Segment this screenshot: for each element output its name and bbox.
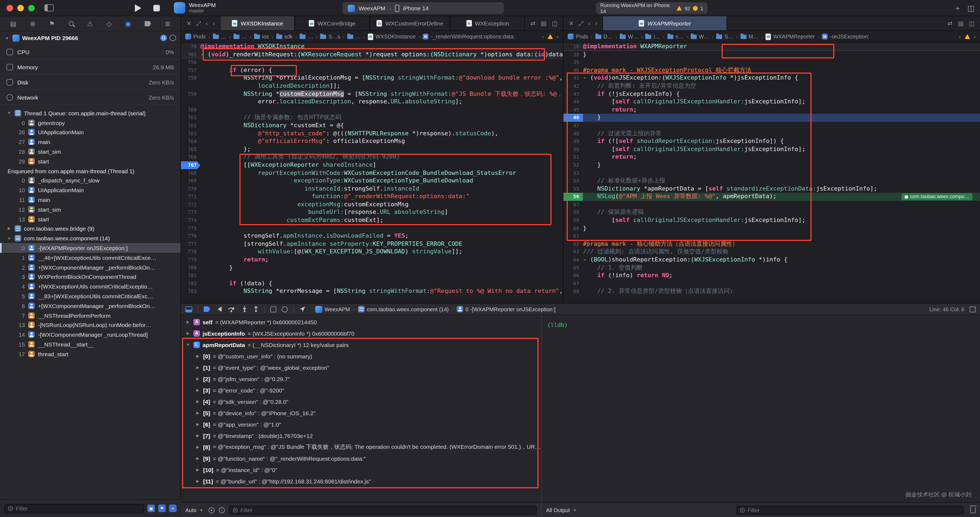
code-line[interactable]: 757 if (error) { xyxy=(181,67,563,75)
line-number[interactable]: 756 xyxy=(181,59,200,66)
step-over-icon[interactable] xyxy=(228,306,236,312)
hide-debug-area-icon[interactable] xyxy=(185,306,192,312)
breadcrumb-item[interactable]: D… xyxy=(595,33,613,40)
code-line[interactable]: localizedDescription]]; xyxy=(181,82,563,90)
debug-breadcrumb-item[interactable]: com.taobao.weex.component (14) xyxy=(358,306,449,312)
code-line[interactable]: 39 xyxy=(563,59,980,66)
stop-button[interactable] xyxy=(153,5,160,11)
disclosure-triangle[interactable]: ▶ xyxy=(195,456,200,460)
back-icon[interactable]: ‹ xyxy=(206,20,208,27)
code-line[interactable]: 765 }; xyxy=(181,145,563,153)
code-line[interactable]: 57 xyxy=(563,201,980,209)
line-number[interactable]: 64 xyxy=(563,256,583,264)
toggle-navigator-icon[interactable] xyxy=(45,4,54,11)
tab-WXAPMReporter[interactable]: mWXAPMReporter xyxy=(603,16,727,30)
disclosure-triangle[interactable]: ▶ xyxy=(185,331,191,335)
breadcrumb-item[interactable]: Pods xyxy=(185,33,206,40)
code-line[interactable]: 41- (void)onJSException:(WXJSExceptionIn… xyxy=(563,75,980,82)
code-line[interactable]: 761 // 场景专属参数: 包含HTTP状态码 xyxy=(181,114,563,122)
code-line[interactable]: 776 strongSelf.apmInstance.isDownLoadFai… xyxy=(181,233,563,240)
find-navigator-icon[interactable] xyxy=(68,21,73,26)
breadcrumb-item[interactable]: W… xyxy=(620,33,638,40)
code-line[interactable]: 50 [self callOriginalJSExceptionHandler:… xyxy=(563,145,980,153)
line-number[interactable]: 39 xyxy=(563,59,583,66)
view-mode-icon[interactable]: ≡ xyxy=(169,504,177,512)
line-number[interactable]: 52 xyxy=(563,161,583,169)
line-number[interactable]: 63 xyxy=(563,248,583,256)
breadcrumb-item[interactable]: … xyxy=(347,33,361,40)
step-into-icon[interactable] xyxy=(242,306,248,312)
code-line[interactable]: 58 // 保留原生逻辑 xyxy=(563,209,980,217)
line-number[interactable]: 50 xyxy=(563,145,583,153)
tab-WXCoreBridge[interactable]: mWXCoreBridge xyxy=(295,16,370,30)
disclosure-triangle[interactable]: ▶ xyxy=(185,320,191,324)
prev-issue-icon[interactable]: ‹ xyxy=(542,33,544,40)
next-issue-icon[interactable]: › xyxy=(557,33,558,40)
line-number[interactable]: 18 xyxy=(563,43,583,51)
stack-frame[interactable]: 2+[WXComponentManager _performBlockOn… xyxy=(0,263,180,272)
related-items-icon[interactable]: ⇄ xyxy=(530,20,535,27)
disclosure-triangle[interactable]: ▶ xyxy=(195,365,200,370)
stack-frame[interactable]: 7__NSThreadPerformPerform xyxy=(0,311,180,320)
next-issue-icon[interactable]: › xyxy=(974,33,976,40)
quicklook-icon[interactable] xyxy=(208,507,214,513)
disclosure-triangle[interactable]: ▼ xyxy=(185,343,191,346)
line-number[interactable]: 68 xyxy=(563,288,583,296)
pause-process-icon[interactable] xyxy=(161,35,167,41)
line-number[interactable]: 65 xyxy=(563,264,583,272)
breadcrumb-item[interactable]: S… xyxy=(716,33,733,40)
line-number[interactable]: 62 xyxy=(563,240,583,248)
variables-filter-input[interactable]: Filter xyxy=(229,505,537,515)
line-number[interactable]: 775 xyxy=(181,224,200,232)
code-line[interactable]: 51 return; xyxy=(563,154,980,161)
stack-frame[interactable]: 28start_sim xyxy=(0,147,180,157)
split-editor-icon[interactable]: ◫ xyxy=(969,20,975,27)
stack-frame[interactable]: 26UIApplicationMain xyxy=(0,127,180,137)
code-line[interactable]: 780 } xyxy=(181,264,563,272)
breakpoint-navigator-icon[interactable] xyxy=(145,21,151,26)
code-line[interactable]: 781 xyxy=(181,272,563,280)
breadcrumb-item[interactable]: Pods xyxy=(568,33,588,40)
disclosure-triangle[interactable]: ▼ xyxy=(6,111,12,115)
breadcrumb-item[interactable]: … xyxy=(234,33,247,40)
stack-frame[interactable]: 29start xyxy=(0,157,180,166)
variable-row[interactable]: ▶[10] = @"instance_id" : @"0" xyxy=(181,464,541,475)
code-line[interactable]: 44 [self callOriginalJSExceptionHandler:… xyxy=(563,98,980,106)
line-number[interactable]: 57 xyxy=(563,201,583,209)
line-number[interactable]: 766 xyxy=(181,154,200,161)
code-line[interactable]: 68 // 2. 异常信息类型/类型校验（点语法直接访问） xyxy=(563,288,980,296)
minimap-icon[interactable]: ▤ xyxy=(958,20,964,27)
code-line[interactable]: 759 NSString *customExceptionMsg = [NSSt… xyxy=(181,90,563,98)
gauge-row-cpu[interactable]: CPU0% xyxy=(0,44,180,60)
code-line[interactable]: 66 if (!info) return NO; xyxy=(563,272,980,280)
code-line[interactable]: 63/// 过滤规则: 点语法访问属性, 仅做空值/类型校验 xyxy=(563,248,980,256)
disclosure-triangle[interactable]: ▶ xyxy=(195,388,200,392)
editor-layout-icon[interactable]: ◫ xyxy=(967,4,975,13)
code-line[interactable]: 767 [[WXExceptionReporter sharedInstance… xyxy=(181,161,563,169)
code-line[interactable]: 40#pragma mark - WXJSExceptionProtocol 核… xyxy=(563,67,980,75)
line-number[interactable]: 770 xyxy=(181,185,200,193)
code-line[interactable]: 38} xyxy=(563,51,980,59)
code-line[interactable]: 775 xyxy=(181,224,563,232)
thread-row[interactable]: ▼com.taobao.weex.component (14) xyxy=(0,233,180,243)
stack-frame[interactable]: 17thread_start xyxy=(0,349,180,359)
disclosure-triangle[interactable]: ▶ xyxy=(195,422,200,426)
line-number[interactable]: 777 xyxy=(181,240,200,248)
code-line[interactable]: 55 NSDictionary *apmReportData = [self s… xyxy=(563,185,980,193)
code-line[interactable]: 47 xyxy=(563,122,980,130)
variable-row[interactable]: ▶[7] = @"timestamp" : (double)1.76703e+1… xyxy=(181,430,541,441)
memory-graph-icon[interactable] xyxy=(282,306,288,312)
tab-WXCustomErrorDefine[interactable]: hWXCustomErrorDefine xyxy=(370,16,450,30)
line-number[interactable]: 768 xyxy=(181,169,200,177)
stack-frame[interactable]: 0getentropy xyxy=(0,118,180,128)
stack-frame[interactable]: 27main xyxy=(0,137,180,147)
line-number[interactable]: 48 xyxy=(563,130,583,138)
variable-row[interactable]: ▶[8] = @"exception_msg" : @"JS Bundle 下载… xyxy=(181,441,541,453)
variable-row[interactable]: ▶[4] = @"sdk_version" : @"0.28.0" xyxy=(181,396,541,407)
code-line[interactable]: 760 xyxy=(181,106,563,114)
code-line[interactable]: 762 NSDictionary *customExt = @{ xyxy=(181,122,563,130)
minimap-icon[interactable]: ▤ xyxy=(541,20,547,27)
line-number[interactable]: 61 xyxy=(563,233,583,240)
code-line[interactable]: 771 function:@"_renderWithRequest:option… xyxy=(181,193,563,201)
simulate-location-icon[interactable] xyxy=(299,306,305,312)
